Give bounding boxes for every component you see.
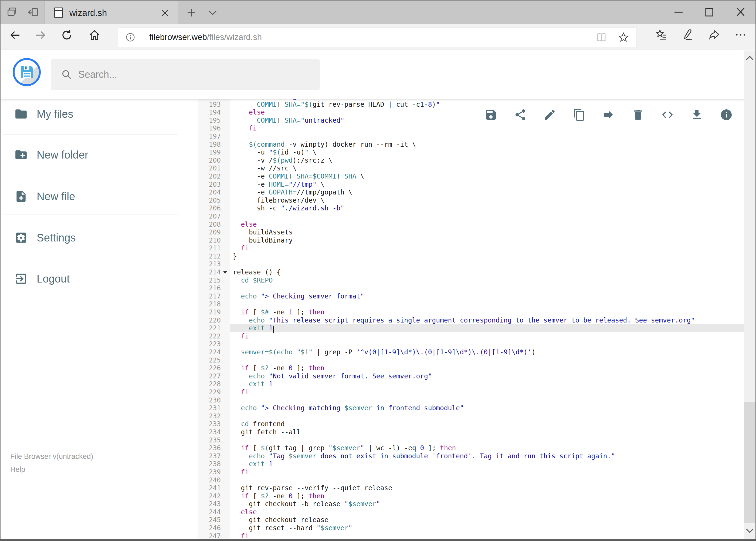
code-text[interactable] bbox=[230, 284, 744, 292]
sidebar-item-new-file[interactable]: New file bbox=[14, 188, 75, 205]
refresh-icon[interactable] bbox=[61, 29, 74, 42]
code-text[interactable]: semver=$(echo "$1" | grep -P '^v(0|[1-9]… bbox=[230, 348, 744, 356]
code-text[interactable]: else bbox=[230, 221, 744, 229]
code-line-219[interactable]: 219 if [ $# -ne 1 ]; then bbox=[198, 308, 744, 316]
code-text[interactable]: release () { bbox=[230, 268, 744, 276]
code-text[interactable] bbox=[230, 412, 744, 420]
code-text[interactable] bbox=[230, 260, 744, 268]
code-line-233[interactable]: 233 cd frontend bbox=[198, 420, 744, 428]
sidebar-item-my-files[interactable]: My files bbox=[14, 106, 74, 122]
code-text[interactable]: fi bbox=[230, 468, 744, 476]
delete-button[interactable] bbox=[631, 108, 644, 121]
minimize-icon[interactable] bbox=[671, 5, 685, 19]
sidebar-item-settings[interactable]: Settings bbox=[14, 230, 76, 246]
code-line-227[interactable]: 227 echo "Not valid semver format. See s… bbox=[198, 372, 744, 380]
url-text[interactable]: filebrowser.web/files/wizard.sh bbox=[149, 32, 596, 42]
code-text[interactable]: git checkout release bbox=[230, 516, 744, 524]
code-text[interactable]: fi bbox=[230, 532, 744, 539]
code-text[interactable]: fi bbox=[230, 332, 744, 340]
code-text[interactable]: -e COMMIT_SHA=$COMMIT_SHA \ bbox=[230, 172, 744, 181]
info-button[interactable] bbox=[720, 108, 733, 121]
code-line-240[interactable]: 240 bbox=[198, 476, 744, 484]
code-line-212[interactable]: 212} bbox=[198, 252, 744, 261]
code-line-236[interactable]: 236 if [ $(git tag | grep "$semver" | wc… bbox=[198, 444, 744, 452]
code-text[interactable] bbox=[230, 300, 744, 308]
code-text[interactable]: echo "> Checking matching $semver in fro… bbox=[230, 404, 744, 412]
code-text[interactable]: git rev-parse --verify --quiet release bbox=[230, 484, 744, 492]
code-text[interactable]: sh -c "./wizard.sh -b" bbox=[230, 204, 744, 212]
code-text[interactable]: -e HOME="//tmp" \ bbox=[230, 181, 744, 189]
code-line-216[interactable]: 216 bbox=[198, 284, 744, 292]
code-line-245[interactable]: 245 git checkout release bbox=[198, 516, 744, 524]
code-text[interactable] bbox=[230, 396, 744, 404]
code-line-223[interactable]: 223 bbox=[198, 340, 744, 348]
page-scrollbar[interactable] bbox=[744, 51, 755, 539]
code-text[interactable]: cd $REPO bbox=[230, 276, 744, 284]
code-line-234[interactable]: 234 git fetch --all bbox=[198, 428, 744, 436]
share-button[interactable] bbox=[514, 108, 527, 121]
code-line-210[interactable]: 210 buildBinary bbox=[198, 236, 744, 245]
code-text[interactable]: COMMIT_SHA="$(git rev-parse HEAD | cut -… bbox=[230, 101, 744, 109]
code-line-237[interactable]: 237 echo "Tag $semver does not exist in … bbox=[198, 452, 744, 460]
scroll-up-icon[interactable] bbox=[744, 53, 755, 65]
code-line-213[interactable]: 213 bbox=[198, 260, 744, 268]
code-text[interactable]: echo "Not valid semver format. See semve… bbox=[230, 372, 744, 380]
save-button[interactable] bbox=[484, 108, 497, 121]
code-text[interactable] bbox=[230, 356, 744, 364]
tab-close-icon[interactable] bbox=[159, 7, 171, 19]
code-text[interactable]: if [ $? -ne 0 ]; then bbox=[230, 492, 744, 500]
code-text[interactable]: fi bbox=[230, 244, 744, 252]
browser-tab[interactable]: wizard.sh bbox=[44, 1, 178, 24]
code-text[interactable] bbox=[230, 212, 744, 221]
code-line-231[interactable]: 231 echo "> Checking matching $semver in… bbox=[198, 404, 744, 412]
code-line-247[interactable]: 247 fi bbox=[198, 532, 744, 539]
code-text[interactable]: -v /$(pwd):/src:z \ bbox=[230, 156, 744, 165]
code-line-222[interactable]: 222 fi bbox=[198, 332, 744, 340]
move-button[interactable] bbox=[602, 108, 615, 121]
code-text[interactable]: $(command -v winpty) docker run --rm -it… bbox=[230, 141, 744, 149]
code-line-207[interactable]: 207 bbox=[198, 212, 744, 221]
sidebar-item-new-folder[interactable]: New folder bbox=[14, 147, 88, 163]
code-text[interactable]: git fetch --all bbox=[230, 428, 744, 436]
code-line-220[interactable]: 220 echo "This release script requires a… bbox=[198, 316, 744, 324]
code-text[interactable]: echo "> Checking semver format" bbox=[230, 292, 744, 300]
code-text[interactable]: git reset --hard "$semver" bbox=[230, 524, 744, 532]
code-line-199[interactable]: 199 -u "$(id -u)" \ bbox=[198, 148, 744, 156]
code-line-242[interactable]: 242 if [ $? -ne 0 ]; then bbox=[198, 492, 744, 500]
code-text[interactable] bbox=[230, 340, 744, 348]
code-line-221[interactable]: 221 exit 1 bbox=[198, 324, 744, 332]
code-text[interactable]: fi bbox=[230, 388, 744, 396]
new-tab-plus-icon[interactable] bbox=[186, 7, 197, 18]
code-text[interactable]: fi bbox=[230, 124, 744, 132]
code-line-206[interactable]: 206 sh -c "./wizard.sh -b" bbox=[198, 204, 744, 212]
maximize-icon[interactable] bbox=[702, 5, 716, 19]
set-tabs-aside-icon[interactable] bbox=[27, 6, 39, 18]
code-text[interactable]: if [ $? -ne 0 ]; then bbox=[230, 364, 744, 372]
code-text[interactable] bbox=[230, 132, 744, 141]
code-line-201[interactable]: 201 -w //src \ bbox=[198, 164, 744, 172]
code-text[interactable]: filebrowser/dev \ bbox=[230, 196, 744, 205]
code-line-193[interactable]: 193 COMMIT_SHA="$(git rev-parse HEAD | c… bbox=[198, 101, 744, 109]
code-line-204[interactable]: 204 -e GOPATH=//tmp/gopath \ bbox=[198, 188, 744, 196]
code-line-239[interactable]: 239 fi bbox=[198, 468, 744, 476]
code-text[interactable]: exit 1 bbox=[230, 380, 744, 388]
hub-icon[interactable] bbox=[655, 28, 668, 41]
favorite-star-icon[interactable] bbox=[618, 32, 629, 43]
code-line-229[interactable]: 229 fi bbox=[198, 388, 744, 396]
more-dots-icon[interactable] bbox=[734, 28, 747, 41]
code-text[interactable]: echo "This release script requires a sin… bbox=[230, 316, 744, 324]
code-text[interactable]: else bbox=[230, 508, 744, 516]
code-text[interactable]: -w //src \ bbox=[230, 164, 744, 172]
code-text[interactable]: exit 1 bbox=[230, 460, 744, 468]
code-line-235[interactable]: 235 bbox=[198, 436, 744, 444]
reading-view-icon[interactable] bbox=[596, 32, 607, 43]
code-line-205[interactable]: 205 filebrowser/dev \ bbox=[198, 196, 744, 205]
code-line-208[interactable]: 208 else bbox=[198, 221, 744, 229]
code-text[interactable]: -u "$(id -u)" \ bbox=[230, 148, 744, 156]
code-editor[interactable]: 192 if [ -d "/.git" ]; then193 COMMIT_SH… bbox=[198, 99, 744, 539]
tab-preview-icon[interactable] bbox=[6, 6, 18, 18]
edit-button[interactable] bbox=[543, 108, 556, 121]
code-line-215[interactable]: 215 cd $REPO bbox=[198, 276, 744, 284]
code-line-228[interactable]: 228 exit 1 bbox=[198, 380, 744, 388]
code-line-203[interactable]: 203 -e HOME="//tmp" \ bbox=[198, 181, 744, 189]
